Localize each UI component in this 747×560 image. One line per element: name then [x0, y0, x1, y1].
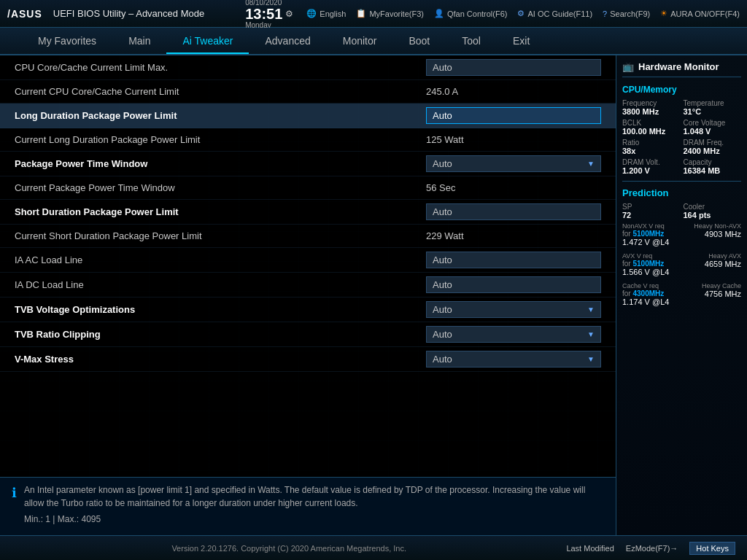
setting-value-current-long-duration: 125 Watt: [426, 134, 601, 145]
setting-value-current-cpu-limit: 245.0 A: [426, 86, 601, 97]
setting-label-ia-ac-load: IA AC Load Line: [15, 254, 426, 265]
hw-label-cooler: Cooler: [684, 203, 742, 211]
pred-label-cache: Cache V req: [622, 282, 669, 289]
qfan-label: Qfan Control(F6): [447, 9, 508, 18]
tab-tool[interactable]: Tool: [446, 29, 497, 52]
hw-value-core-voltage: 1.048 V: [684, 127, 742, 136]
description-range: Min.: 1 | Max.: 4095: [24, 514, 604, 524]
pred-label-nonavx: NonAVX V req: [622, 222, 669, 230]
aioc-label: AI OC Guide(F11): [527, 9, 592, 18]
settings-gear-icon[interactable]: ⚙: [285, 9, 293, 19]
chevron-down-icon: ▼: [587, 355, 595, 363]
search-button[interactable]: ? Search(F9): [603, 9, 650, 18]
bottom-right: Last Modified EzMode(F7)→ Hot Keys: [566, 542, 735, 555]
cpu-memory-grid: Frequency 3800 MHz Temperature 31°C BCLK…: [622, 99, 741, 175]
tab-main[interactable]: Main: [112, 29, 166, 52]
value-box-ia-ac-load[interactable]: Auto: [426, 252, 601, 268]
english-selector[interactable]: 🌐 English: [306, 9, 346, 18]
table-row: Current Package Power Time Window 56 Sec: [0, 176, 616, 200]
tab-monitor[interactable]: Monitor: [327, 29, 393, 52]
value-box-short-duration[interactable]: Auto: [426, 203, 601, 220]
hw-value-temperature: 31°C: [684, 107, 742, 116]
table-row: Current CPU Core/Cache Current Limit 245…: [0, 80, 616, 104]
prediction-avx: AVX V req for 5100MHz 1.566 V @L4 Heavy …: [622, 252, 741, 276]
tab-aitweaker[interactable]: Ai Tweaker: [166, 29, 249, 54]
table-row: IA AC Load Line Auto: [0, 248, 616, 273]
hw-divider: [622, 181, 741, 182]
table-row: Current Short Duration Package Power Lim…: [0, 225, 616, 248]
last-modified-button[interactable]: Last Modified: [566, 544, 614, 553]
setting-label-current-short-duration: Current Short Duration Package Power Lim…: [15, 230, 426, 241]
table-row: Short Duration Package Power Limit Auto: [0, 200, 616, 225]
setting-value-long-duration: Auto: [426, 107, 601, 124]
hw-label-dram-volt: DRAM Volt.: [622, 158, 681, 166]
aura-icon: ☀: [660, 9, 667, 18]
hw-value-sp: 72: [622, 211, 681, 219]
aura-button[interactable]: ☀ AURA ON/OFF(F4): [660, 9, 740, 18]
hw-value-ratio: 38x: [622, 147, 681, 155]
pred-volt-cache: 1.174 V @L4: [622, 298, 669, 306]
english-label: English: [320, 9, 346, 18]
left-panel: CPU Core/Cache Current Limit Max. Auto C…: [0, 55, 616, 535]
hw-value-dram-freq: 2400 MHz: [684, 147, 742, 155]
description-box: ℹ An Intel parameter known as [power lim…: [0, 477, 616, 535]
hw-label-ratio: Ratio: [622, 139, 681, 147]
search-icon: ?: [603, 9, 607, 18]
setting-label-short-duration: Short Duration Package Power Limit: [15, 206, 426, 217]
settings-list: CPU Core/Cache Current Limit Max. Auto C…: [0, 55, 616, 477]
aioc-button[interactable]: ⚙ AI OC Guide(F11): [517, 9, 592, 18]
qfan-button[interactable]: 👤 Qfan Control(F6): [434, 9, 508, 18]
value-box-ia-dc-load[interactable]: Auto: [426, 276, 601, 293]
setting-label-current-pkg-time: Current Package Power Time Window: [15, 182, 426, 193]
setting-value-vmax-stress: Auto ▼: [426, 351, 601, 368]
hw-label-frequency: Frequency: [622, 99, 681, 107]
current-long-duration-val: 125 Watt: [426, 134, 464, 145]
hw-item-dram-freq: DRAM Freq. 2400 MHz: [684, 139, 742, 155]
pred-freq-cache: 4300MHz: [632, 289, 664, 298]
hw-monitor-title: 📺 Hardware Monitor: [622, 61, 741, 77]
table-row: Package Power Time Window Auto ▼: [0, 152, 616, 176]
hw-item-frequency: Frequency 3800 MHz: [622, 99, 681, 116]
pred-volt-avx: 1.566 V @L4: [622, 268, 669, 276]
hw-label-core-voltage: Core Voltage: [684, 119, 742, 127]
hw-value-cooler: 164 pts: [684, 211, 742, 219]
dropdown-tvb-ratio[interactable]: Auto ▼: [426, 326, 601, 343]
globe-icon: 🌐: [306, 9, 317, 18]
pred-label-avx: AVX V req: [622, 252, 669, 260]
setting-value-pkg-power-time: Auto ▼: [426, 155, 601, 172]
tab-boot[interactable]: Boot: [392, 29, 446, 52]
myfavorite-button[interactable]: 📋 MyFavorite(F3): [356, 9, 424, 18]
hw-label-sp: SP: [622, 203, 681, 211]
tab-advanced[interactable]: Advanced: [249, 29, 326, 52]
aura-label: AURA ON/OFF(F4): [670, 9, 740, 18]
hw-item-cooler: Cooler 164 pts: [684, 203, 742, 219]
hot-keys-button[interactable]: Hot Keys: [689, 542, 735, 555]
value-box-cpu-core-limit-max[interactable]: Auto: [426, 59, 601, 76]
setting-value-current-short-duration: 229 Watt: [426, 230, 601, 241]
pred-heavy-nonavx-val: 4903 MHz: [694, 230, 741, 238]
pred-heavy-cache-label: Heavy Cache: [702, 282, 741, 289]
chevron-down-icon: ▼: [587, 160, 595, 168]
current-short-duration-val: 229 Watt: [426, 230, 464, 241]
main-content: CPU Core/Cache Current Limit Max. Auto C…: [0, 55, 747, 535]
setting-value-tvb-ratio: Auto ▼: [426, 326, 601, 343]
setting-value-current-pkg-time: 56 Sec: [426, 182, 601, 193]
asus-logo: /ASUS: [7, 8, 42, 20]
setting-value-ia-ac-load: Auto: [426, 252, 601, 268]
ezmode-button[interactable]: EzMode(F7)→: [626, 544, 678, 553]
setting-label-tvb-ratio: TVB Ratio Clipping: [15, 329, 426, 340]
tab-exit[interactable]: Exit: [497, 29, 546, 52]
value-box-active-long-duration[interactable]: Auto: [426, 107, 601, 124]
hw-item-dram-volt: DRAM Volt. 1.200 V: [622, 158, 681, 175]
oc-icon: ⚙: [517, 9, 525, 18]
dropdown-pkg-power-time[interactable]: Auto ▼: [426, 155, 601, 172]
bottom-bar: Version 2.20.1276. Copyright (C) 2020 Am…: [0, 535, 747, 560]
time-display: 13:51: [245, 7, 282, 21]
monitor-icon: 📺: [622, 61, 634, 72]
dropdown-tvb-voltage[interactable]: Auto ▼: [426, 301, 601, 318]
pred-heavy-nonavx-label: Heavy Non-AVX: [694, 222, 741, 230]
dropdown-vmax-stress[interactable]: Auto ▼: [426, 351, 601, 368]
current-cpu-limit-val: 245.0 A: [426, 86, 458, 97]
tab-favorites[interactable]: My Favorites: [22, 29, 112, 52]
table-row[interactable]: Long Duration Package Power Limit Auto: [0, 104, 616, 128]
